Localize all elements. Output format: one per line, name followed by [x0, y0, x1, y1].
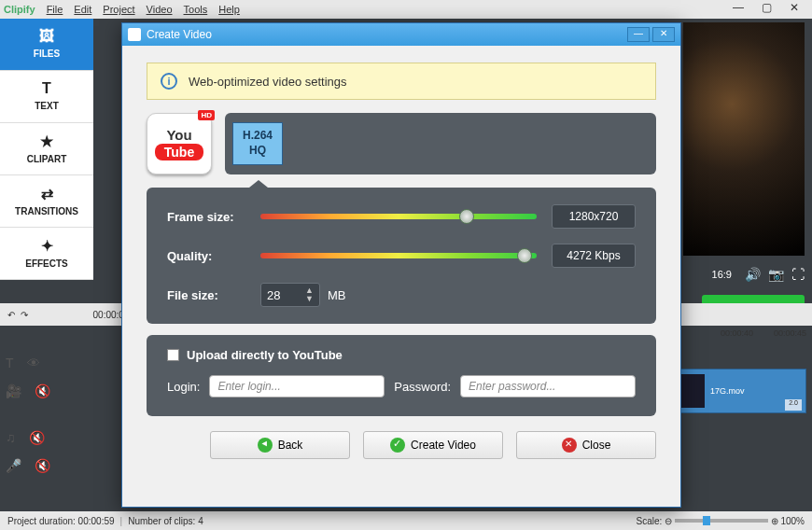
voice-track-icon[interactable]: 🎤 — [6, 458, 21, 473]
zoom-out-icon[interactable]: ⊖ — [665, 516, 672, 526]
framesize-slider[interactable] — [260, 214, 537, 219]
back-button[interactable]: Back — [210, 431, 350, 459]
sidebar-tab-clipart[interactable]: ★CLIPART — [0, 123, 93, 175]
text-track-icon[interactable]: T — [6, 356, 14, 370]
transitions-icon: ⇄ — [0, 185, 93, 202]
quality-slider[interactable] — [260, 253, 537, 258]
music-track-icon[interactable]: ♫ — [6, 430, 16, 445]
sidebar-tab-label: TEXT — [35, 101, 59, 111]
spinner-arrows-icon[interactable]: ▲▼ — [305, 286, 314, 303]
scale-value: 100% — [780, 516, 805, 526]
time-ruler: 00:00:40 00:00:45 — [721, 328, 806, 338]
format-chip-h264[interactable]: H.264 HQ — [232, 122, 283, 164]
visibility-icon[interactable]: 👁 — [27, 356, 40, 370]
upload-panel: Upload directly to YouTube Login: Enter … — [147, 335, 656, 416]
filesize-unit: MB — [328, 288, 346, 302]
window-maximize-icon[interactable]: ▢ — [752, 1, 780, 18]
zoom-slider[interactable] — [675, 519, 768, 523]
info-banner-text: Web-optimized video settings — [189, 75, 347, 89]
menu-video[interactable]: Video — [147, 4, 173, 15]
info-banner: i Web-optimized video settings — [147, 63, 656, 100]
filesize-spinner[interactable]: 28 ▲▼ — [260, 283, 320, 307]
sidebar: 🖼FILES TTEXT ★CLIPART ⇄TRANSITIONS ✦EFFE… — [0, 19, 93, 280]
duration-value: 00:00:59 — [78, 516, 115, 526]
login-input[interactable]: Enter login... — [209, 375, 385, 398]
sidebar-tab-label: EFFECTS — [25, 258, 68, 269]
close-x-icon — [562, 438, 577, 453]
dialog-app-icon — [128, 28, 141, 41]
app-name: Clipify — [4, 4, 35, 15]
menu-tools[interactable]: Tools — [184, 4, 208, 15]
encoding-settings-panel: Frame size: 1280x720 Quality: 4272 Kbps … — [147, 188, 656, 324]
back-arrow-icon — [258, 438, 273, 453]
dialog-minimize-icon[interactable]: — — [627, 27, 650, 42]
effects-icon: ✦ — [0, 237, 93, 255]
window-close-icon[interactable]: ✕ — [780, 1, 808, 18]
mute-icon[interactable]: 🔇 — [35, 384, 50, 398]
format-selector[interactable]: H.264 HQ — [225, 113, 656, 174]
dialog-close-icon[interactable]: ✕ — [652, 27, 675, 42]
redo-icon[interactable]: ↷ — [21, 310, 28, 320]
hd-badge: HD — [198, 110, 215, 120]
menu-file[interactable]: File — [47, 4, 63, 15]
sidebar-tab-label: FILES — [34, 49, 60, 59]
clips-label: Number of clips: — [128, 516, 195, 526]
audio-icon[interactable]: 🔊 — [745, 267, 761, 282]
files-icon: 🖼 — [0, 28, 93, 45]
video-track-icon[interactable]: 🎥 — [6, 384, 21, 398]
timeline-clip[interactable]: 17G.mov 2.0 — [666, 369, 806, 413]
info-icon: i — [161, 73, 177, 90]
youtube-icon: HD You Tube — [147, 113, 212, 174]
password-label: Password: — [394, 380, 451, 394]
snapshot-icon[interactable]: 📷 — [768, 267, 784, 282]
menu-help[interactable]: Help — [218, 4, 240, 15]
sidebar-tab-files[interactable]: 🖼FILES — [0, 19, 93, 71]
dialog-titlebar: Create Video — ✕ — [122, 23, 680, 46]
fullscreen-icon[interactable]: ⛶ — [791, 267, 805, 282]
status-bar: Project duration: 00:00:59 | Number of c… — [0, 511, 812, 530]
check-icon — [390, 438, 405, 453]
undo-icon[interactable]: ↶ — [7, 310, 15, 320]
menu-bar: Clipify File Edit Project Video Tools He… — [0, 0, 812, 19]
video-preview — [683, 22, 805, 256]
filesize-value: 28 — [267, 288, 305, 302]
menu-edit[interactable]: Edit — [74, 4, 91, 15]
close-button[interactable]: Close — [516, 431, 656, 459]
window-minimize-icon[interactable]: — — [724, 1, 752, 18]
password-input[interactable]: Enter password... — [460, 375, 636, 398]
clip-filename: 17G.mov — [710, 386, 745, 396]
track-headers: T👁 🎥🔇 ♫🔇 🎤🔇 — [6, 349, 62, 480]
preview-toolbar: 🔊 📷 ⛶ — [745, 267, 805, 282]
duration-label: Project duration: — [7, 516, 76, 526]
framesize-value: 1280x720 — [552, 204, 636, 229]
upload-checkbox-label: Upload directly to YouTube — [187, 348, 343, 362]
mute-icon[interactable]: 🔇 — [29, 430, 45, 445]
mute-icon[interactable]: 🔇 — [35, 458, 50, 473]
login-label: Login: — [167, 380, 200, 394]
create-video-button[interactable]: Create Video — [363, 431, 503, 459]
upload-checkbox[interactable] — [167, 349, 179, 361]
clips-value: 4 — [198, 516, 203, 526]
aspect-ratio-label: 16:9 — [712, 269, 732, 280]
sidebar-tab-effects[interactable]: ✦EFFECTS — [0, 228, 93, 280]
quality-label: Quality: — [167, 249, 260, 263]
menu-project[interactable]: Project — [103, 4, 134, 15]
framesize-label: Frame size: — [167, 210, 260, 224]
clip-speed-badge: 2.0 — [785, 399, 802, 411]
time-mark: 00:00:45 — [774, 328, 806, 338]
text-icon: T — [0, 80, 93, 97]
clipart-icon: ★ — [0, 132, 93, 150]
sidebar-tab-transitions[interactable]: ⇄TRANSITIONS — [0, 175, 93, 228]
create-video-dialog: Create Video — ✕ i Web-optimized video s… — [121, 22, 681, 508]
filesize-label: File size: — [167, 288, 260, 302]
scale-label: Scale: — [637, 516, 663, 526]
sidebar-tab-label: CLIPART — [27, 154, 67, 164]
dialog-title: Create Video — [147, 28, 212, 41]
zoom-in-icon[interactable]: ⊕ — [771, 516, 778, 526]
dialog-button-row: Back Create Video Close — [147, 431, 656, 459]
time-mark: 00:00:40 — [721, 328, 753, 338]
quality-value: 4272 Kbps — [552, 244, 636, 268]
sidebar-tab-label: TRANSITIONS — [15, 206, 78, 216]
sidebar-tab-text[interactable]: TTEXT — [0, 71, 93, 123]
